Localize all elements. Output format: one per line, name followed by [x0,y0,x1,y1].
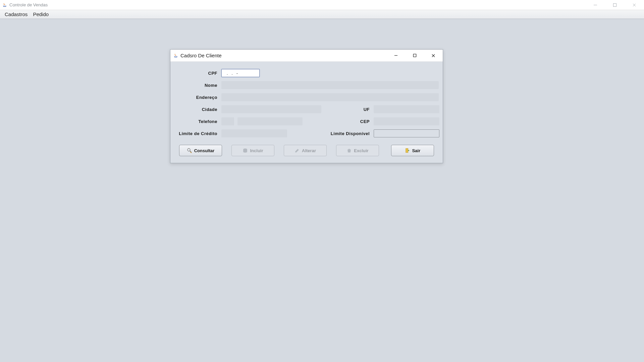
consultar-label: Consultar [194,148,215,153]
menubar: Cadastros Pedido [0,10,644,19]
endereco-input[interactable] [221,93,439,101]
cidade-input[interactable] [221,105,321,113]
label-uf: UF [340,107,374,112]
uf-input[interactable] [374,105,439,113]
excluir-label: Excluir [354,148,368,153]
incluir-label: Incluir [250,148,263,153]
cpf-input[interactable] [221,69,260,77]
limite-credito-input[interactable] [221,129,287,137]
menu-cadastros[interactable]: Cadastros [3,11,30,18]
edit-icon [294,148,300,153]
label-limite-credito: Limite de Crédito [174,131,221,136]
ddd-input[interactable] [221,117,234,125]
cep-input[interactable] [374,117,439,125]
limite-disponivel-input [374,129,439,137]
menu-pedido[interactable]: Pedido [31,11,51,18]
dialog-title: Cadsro De Cliente [180,53,222,58]
svg-marker-13 [408,150,409,151]
main-minimize-button[interactable] [586,0,605,10]
sair-button[interactable]: Sair [391,145,434,156]
exit-door-icon [405,148,410,153]
alterar-label: Alterar [302,148,316,153]
dialog-close-button[interactable] [424,50,443,61]
svg-rect-12 [406,148,408,153]
label-nome: Nome [174,83,221,88]
java-app-icon [2,2,7,8]
dialog-button-bar: Consultar Incluir Alterar [174,141,439,158]
dialog-body: CPF Nome Endereço Cidade UF Telefone [170,62,443,163]
main-close-button[interactable] [625,0,644,10]
label-endereco: Endereço [174,95,221,100]
dialog-titlebar: Cadsro De Cliente [170,50,443,62]
svg-rect-1 [613,3,616,6]
dialog-minimize-button[interactable] [386,50,405,61]
incluir-button: Incluir [231,145,274,156]
telefone-input[interactable] [237,117,303,125]
svg-rect-5 [413,54,416,57]
label-limite-disponivel: Limite Disponível [324,131,374,136]
main-maximize-button[interactable] [605,0,625,10]
java-app-icon [173,53,178,58]
label-cep: CEP [340,119,374,124]
search-tool-icon [187,148,192,153]
label-cpf: CPF [174,71,221,76]
svg-point-8 [187,148,190,151]
label-telefone: Telefone [174,119,221,124]
nome-input[interactable] [221,81,439,89]
dialog-maximize-button[interactable] [405,50,424,61]
sair-label: Sair [412,148,421,153]
alterar-button: Alterar [284,145,327,156]
main-window-title: Controle de Vendas [9,2,48,7]
consultar-button[interactable]: Consultar [179,145,222,156]
mdi-desktop: Cadsro De Cliente CPF Nome [0,19,644,362]
database-add-icon [243,148,248,153]
label-cidade: Cidade [174,107,221,112]
main-window-titlebar: Controle de Vendas [0,0,644,10]
dialog-cadastro-cliente: Cadsro De Cliente CPF Nome [170,49,443,163]
delete-icon [346,148,352,153]
excluir-button: Excluir [336,145,379,156]
